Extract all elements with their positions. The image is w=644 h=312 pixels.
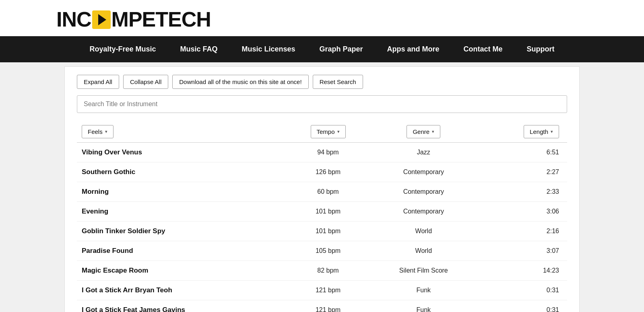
table-header-row: Feels ▾ Tempo ▾ Genre ▾: [77, 121, 567, 143]
track-length: 6:51: [478, 143, 567, 162]
track-length: 3:07: [478, 241, 567, 261]
logo-text-before: INC: [56, 7, 91, 31]
track-title: Evening: [77, 202, 287, 222]
track-title: I Got a Stick Feat James Gavins: [77, 300, 287, 312]
expand-all-button[interactable]: Expand All: [77, 75, 119, 89]
table-row[interactable]: Paradise Found105 bpmWorld3:07: [77, 241, 567, 261]
track-length: 2:16: [478, 222, 567, 241]
track-tempo: 126 bpm: [287, 162, 369, 182]
track-length: 2:33: [478, 182, 567, 202]
track-tempo: 121 bpm: [287, 300, 369, 312]
length-filter-button[interactable]: Length ▾: [524, 125, 559, 138]
genre-filter-button[interactable]: Genre ▾: [407, 125, 440, 138]
toolbar: Expand All Collapse All Download all of …: [77, 75, 567, 89]
track-genre: World: [369, 222, 478, 241]
music-table: Feels ▾ Tempo ▾ Genre ▾: [77, 121, 567, 312]
track-length: 0:31: [478, 281, 567, 300]
track-genre: Contemporary: [369, 162, 478, 182]
table-row[interactable]: I Got a Stick Arr Bryan Teoh121 bpmFunk0…: [77, 281, 567, 300]
nav-item-apps-and-more[interactable]: Apps and More: [375, 36, 452, 62]
nav-item-support[interactable]: Support: [515, 36, 567, 62]
track-title: Southern Gothic: [77, 162, 287, 182]
track-length: 0:31: [478, 300, 567, 312]
filter-tempo-header: Tempo ▾: [287, 121, 369, 143]
track-genre: Contemporary: [369, 182, 478, 202]
track-title: Vibing Over Venus: [77, 143, 287, 162]
track-title: Morning: [77, 182, 287, 202]
main-nav: Royalty-Free MusicMusic FAQMusic License…: [0, 36, 644, 62]
filter-length-header: Length ▾: [478, 121, 567, 143]
table-row[interactable]: Magic Escape Room82 bpmSilent Film Score…: [77, 261, 567, 281]
filter-feels-header: Feels ▾: [77, 121, 287, 143]
track-length: 3:06: [478, 202, 567, 222]
collapse-all-button[interactable]: Collapse All: [123, 75, 168, 89]
logo: INC MPETECH: [56, 7, 588, 31]
track-title: Magic Escape Room: [77, 261, 287, 281]
track-tempo: 94 bpm: [287, 143, 369, 162]
reset-search-button[interactable]: Reset Search: [313, 75, 363, 89]
track-title: Goblin Tinker Soldier Spy: [77, 222, 287, 241]
header: INC MPETECH: [0, 0, 644, 36]
nav-item-graph-paper[interactable]: Graph Paper: [308, 36, 375, 62]
main-content: Expand All Collapse All Download all of …: [64, 66, 580, 312]
table-row[interactable]: Morning60 bpmContemporary2:33: [77, 182, 567, 202]
track-title: Paradise Found: [77, 241, 287, 261]
nav-item-royalty-free-music[interactable]: Royalty-Free Music: [77, 36, 168, 62]
length-label: Length: [530, 128, 548, 135]
logo-text-after: MPETECH: [111, 7, 211, 31]
tempo-arrow-icon: ▾: [337, 129, 340, 134]
track-title: I Got a Stick Arr Bryan Teoh: [77, 281, 287, 300]
feels-label: Feels: [88, 128, 103, 135]
table-row[interactable]: Southern Gothic126 bpmContemporary2:27: [77, 162, 567, 182]
genre-arrow-icon: ▾: [432, 129, 434, 134]
track-tempo: 121 bpm: [287, 281, 369, 300]
feels-filter-button[interactable]: Feels ▾: [82, 125, 114, 138]
track-length: 2:27: [478, 162, 567, 182]
track-length: 14:23: [478, 261, 567, 281]
length-arrow-icon: ▾: [551, 129, 553, 134]
track-genre: Funk: [369, 300, 478, 312]
track-tempo: 82 bpm: [287, 261, 369, 281]
download-all-button[interactable]: Download all of the music on this site a…: [172, 75, 308, 89]
table-row[interactable]: Evening101 bpmContemporary3:06: [77, 202, 567, 222]
filter-genre-header: Genre ▾: [369, 121, 478, 143]
search-input[interactable]: [77, 95, 567, 113]
logo-play-icon: [92, 10, 111, 29]
table-row[interactable]: Goblin Tinker Soldier Spy101 bpmWorld2:1…: [77, 222, 567, 241]
track-genre: World: [369, 241, 478, 261]
table-row[interactable]: I Got a Stick Feat James Gavins121 bpmFu…: [77, 300, 567, 312]
nav-item-contact-me[interactable]: Contact Me: [452, 36, 515, 62]
genre-label: Genre: [413, 128, 429, 135]
track-genre: Contemporary: [369, 202, 478, 222]
track-genre: Jazz: [369, 143, 478, 162]
nav-item-music-licenses[interactable]: Music Licenses: [229, 36, 307, 62]
tempo-label: Tempo: [317, 128, 335, 135]
track-tempo: 101 bpm: [287, 202, 369, 222]
track-genre: Silent Film Score: [369, 261, 478, 281]
feels-arrow-icon: ▾: [105, 129, 107, 134]
tracks-body: Vibing Over Venus94 bpmJazz6:51Southern …: [77, 143, 567, 312]
nav-item-music-faq[interactable]: Music FAQ: [168, 36, 229, 62]
table-row[interactable]: Vibing Over Venus94 bpmJazz6:51: [77, 143, 567, 162]
tempo-filter-button[interactable]: Tempo ▾: [311, 125, 346, 138]
track-tempo: 101 bpm: [287, 222, 369, 241]
track-tempo: 60 bpm: [287, 182, 369, 202]
track-tempo: 105 bpm: [287, 241, 369, 261]
track-genre: Funk: [369, 281, 478, 300]
